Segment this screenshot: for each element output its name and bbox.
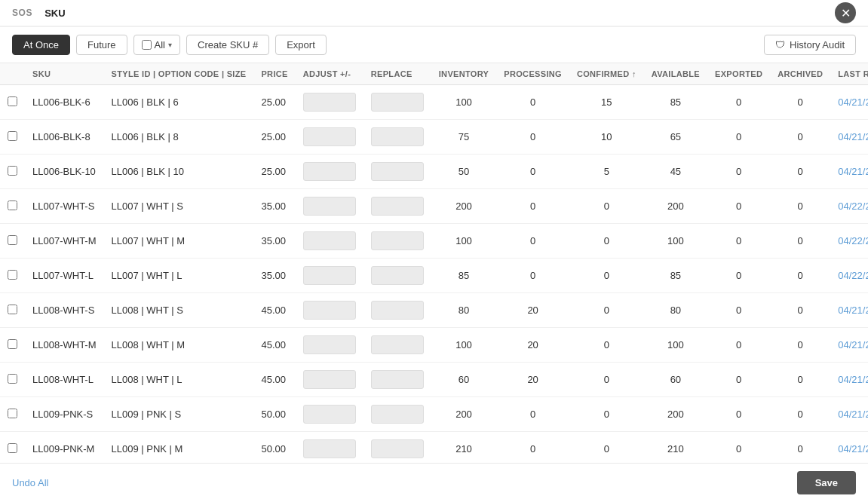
cell-last-reconciled[interactable]: 04/22/2021 at 11:47 am (830, 259, 868, 293)
cell-adjust[interactable] (296, 293, 363, 328)
cell-adjust[interactable] (296, 189, 363, 224)
replace-input[interactable] (371, 127, 424, 146)
close-button[interactable]: ✕ (835, 2, 856, 23)
row-checkbox-cell[interactable] (0, 189, 25, 224)
cell-last-reconciled[interactable]: 04/21/2021 at 11:46 am (830, 363, 868, 397)
cell-replace[interactable] (363, 85, 431, 120)
row-checkbox[interactable] (8, 96, 17, 106)
row-checkbox-cell[interactable] (0, 155, 25, 189)
future-tab[interactable]: Future (76, 35, 127, 55)
cell-adjust[interactable] (296, 259, 363, 293)
reconciled-link[interactable]: 04/21/2021 at 11:46 am (838, 305, 868, 316)
row-checkbox-cell[interactable] (0, 363, 25, 397)
row-checkbox-cell[interactable] (0, 224, 25, 259)
row-checkbox[interactable] (8, 131, 17, 141)
row-checkbox-cell[interactable] (0, 120, 25, 155)
adjust-input[interactable] (303, 231, 356, 250)
cell-price: 45.00 (253, 363, 295, 397)
cell-last-reconciled[interactable]: 04/21/2021 at 11:46 am (830, 293, 868, 328)
cell-replace[interactable] (363, 259, 431, 293)
all-filter[interactable]: All ▾ (133, 35, 180, 55)
reconciled-link[interactable]: 04/22/2021 at 11:47 am (838, 235, 868, 246)
adjust-input[interactable] (303, 370, 356, 389)
row-checkbox-cell[interactable] (0, 85, 25, 120)
replace-input[interactable] (371, 93, 424, 112)
cell-adjust[interactable] (296, 363, 363, 397)
export-button[interactable]: Export (275, 35, 327, 55)
row-checkbox[interactable] (8, 305, 17, 314)
row-checkbox[interactable] (8, 235, 17, 245)
cell-replace[interactable] (363, 363, 431, 397)
reconciled-link[interactable]: 04/21/2021 at 11:46 am (838, 131, 868, 142)
adjust-input[interactable] (303, 439, 356, 458)
replace-input[interactable] (371, 162, 424, 181)
reconciled-link[interactable]: 04/21/2021 at 11:46 am (838, 166, 868, 177)
row-checkbox[interactable] (8, 270, 17, 280)
cell-replace[interactable] (363, 120, 431, 155)
adjust-input[interactable] (303, 335, 356, 354)
replace-input[interactable] (371, 439, 424, 458)
replace-input[interactable] (371, 405, 424, 424)
replace-input[interactable] (371, 266, 424, 285)
reconciled-link[interactable]: 04/21/2021 at 11:46 am (838, 96, 868, 108)
row-checkbox-cell[interactable] (0, 432, 25, 464)
cell-adjust[interactable] (296, 224, 363, 259)
row-checkbox[interactable] (8, 166, 17, 176)
replace-input[interactable] (371, 335, 424, 354)
cell-adjust[interactable] (296, 85, 363, 120)
reconciled-link[interactable]: 04/21/2021 at 11:46 am (838, 409, 868, 420)
cell-last-reconciled[interactable]: 04/21/2021 at 11:46 am (830, 328, 868, 363)
cell-adjust[interactable] (296, 328, 363, 363)
row-checkbox[interactable] (8, 443, 17, 453)
cell-replace[interactable] (363, 293, 431, 328)
history-audit-button[interactable]: 🛡 History Audit (764, 35, 856, 55)
cell-last-reconciled[interactable]: 04/21/2021 at 11:46 am (830, 397, 868, 432)
adjust-input[interactable] (303, 405, 356, 424)
row-checkbox[interactable] (8, 200, 17, 210)
cell-last-reconciled[interactable]: 04/21/2021 at 11:46 am (830, 155, 868, 189)
row-checkbox-cell[interactable] (0, 293, 25, 328)
reconciled-link[interactable]: 04/21/2021 at 11:46 am (838, 443, 868, 455)
reconciled-link[interactable]: 04/22/2021 at 11:47 am (838, 270, 868, 281)
row-checkbox-cell[interactable] (0, 259, 25, 293)
adjust-input[interactable] (303, 93, 356, 112)
all-checkbox[interactable] (142, 40, 152, 50)
replace-input[interactable] (371, 197, 424, 216)
row-checkbox[interactable] (8, 339, 17, 349)
cell-adjust[interactable] (296, 155, 363, 189)
cell-adjust[interactable] (296, 432, 363, 464)
cell-style: LL008 | WHT | S (104, 293, 254, 328)
cell-last-reconciled[interactable]: 04/21/2021 at 11:46 am (830, 120, 868, 155)
replace-input[interactable] (371, 301, 424, 320)
cell-last-reconciled[interactable]: 04/21/2021 at 11:46 am (830, 85, 868, 120)
cell-last-reconciled[interactable]: 04/21/2021 at 11:46 am (830, 432, 868, 464)
row-checkbox-cell[interactable] (0, 328, 25, 363)
row-checkbox[interactable] (8, 374, 17, 384)
adjust-input[interactable] (303, 127, 356, 146)
adjust-input[interactable] (303, 301, 356, 320)
cell-adjust[interactable] (296, 120, 363, 155)
create-sku-button[interactable]: Create SKU # (186, 35, 269, 55)
adjust-input[interactable] (303, 266, 356, 285)
adjust-input[interactable] (303, 197, 356, 216)
cell-replace[interactable] (363, 189, 431, 224)
at-once-tab[interactable]: At Once (12, 35, 70, 55)
reconciled-link[interactable]: 04/21/2021 at 11:46 am (838, 339, 868, 350)
replace-input[interactable] (371, 231, 424, 250)
row-checkbox[interactable] (8, 409, 17, 418)
replace-input[interactable] (371, 370, 424, 389)
reconciled-link[interactable]: 04/21/2021 at 11:46 am (838, 374, 868, 385)
cell-style: LL007 | WHT | M (104, 224, 254, 259)
cell-last-reconciled[interactable]: 04/22/2021 at 11:47 am (830, 189, 868, 224)
reconciled-link[interactable]: 04/22/2021 at 11:47 am (838, 200, 868, 212)
cell-replace[interactable] (363, 328, 431, 363)
row-checkbox-cell[interactable] (0, 397, 25, 432)
header-archived: ARCHIVED (770, 63, 830, 85)
cell-replace[interactable] (363, 432, 431, 464)
cell-replace[interactable] (363, 397, 431, 432)
cell-replace[interactable] (363, 224, 431, 259)
cell-replace[interactable] (363, 155, 431, 189)
cell-last-reconciled[interactable]: 04/22/2021 at 11:47 am (830, 224, 868, 259)
adjust-input[interactable] (303, 162, 356, 181)
cell-adjust[interactable] (296, 397, 363, 432)
